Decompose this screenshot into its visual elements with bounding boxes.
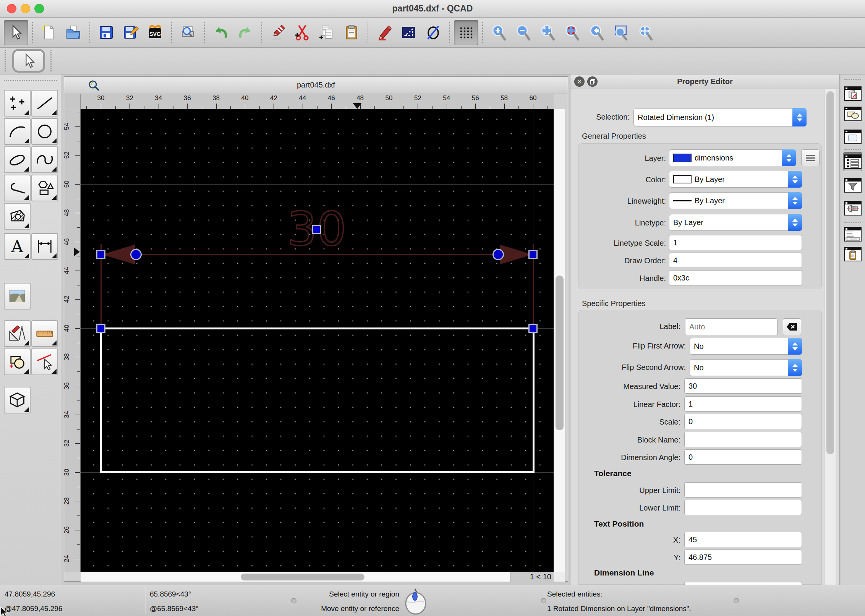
cut-button[interactable] [290,20,315,45]
block-name-input[interactable] [684,432,802,447]
line-tools-button[interactable] [31,90,58,117]
save-button[interactable] [94,20,118,45]
select-tools-button[interactable] [31,349,58,375]
block-list-toggle[interactable] [843,105,862,123]
print-preview-button[interactable] [176,20,200,45]
toolbar-separator [32,22,33,43]
flip-first-arrow-dropdown[interactable]: No [690,338,802,355]
ruler-icon [35,324,54,343]
dimension-angle-input[interactable] [684,449,802,465]
undo-button[interactable] [209,20,233,45]
polyline-tools-button[interactable] [4,175,31,201]
grip-text-position[interactable] [312,225,321,234]
drawing-canvas[interactable]: 30 [81,109,554,572]
flip-second-arrow-dropdown[interactable]: No [690,359,802,376]
zoom-window-button[interactable] [609,20,633,45]
property-editor-toggle[interactable] [843,152,862,171]
clipped-input[interactable] [684,582,802,585]
grip-arrow-first[interactable] [130,249,142,260]
block-tools-button[interactable] [4,349,31,375]
pan-button[interactable] [633,20,658,45]
status-splitter-grip[interactable] [541,598,546,603]
zoom-in-button[interactable] [487,20,511,45]
handle-input[interactable] [669,270,802,285]
edit-pencil-button[interactable] [372,20,397,45]
new-document-button[interactable] [37,20,61,45]
property-editor-scrollbar[interactable] [824,89,836,585]
library-browser-toggle[interactable] [843,199,862,217]
redo-button[interactable] [233,20,258,45]
clipboard-panel-toggle[interactable] [843,245,862,263]
scrollbar-thumb[interactable] [241,574,364,580]
spline-tools-button[interactable] [31,146,58,173]
zoom-out-button[interactable] [511,20,536,45]
lineweight-dropdown[interactable]: By Layer [669,192,802,209]
shape-tools-button[interactable] [31,175,58,201]
linetype-dropdown[interactable]: By Layer [669,214,802,231]
dimension-tools-button[interactable] [31,233,58,260]
grip-dimline-second[interactable] [528,250,538,259]
scrollbar-thumb[interactable] [826,91,834,454]
lower-limit-input[interactable] [684,500,802,515]
status-splitter-grip[interactable] [734,598,739,603]
linear-factor-input[interactable] [684,396,802,412]
layer-list-button[interactable] [801,149,820,166]
view-list-toggle[interactable] [843,128,862,146]
text-x-input[interactable] [684,532,802,547]
ellipse-tools-button[interactable] [4,146,31,173]
open-file-button[interactable] [61,20,86,45]
clear-label-button[interactable] [783,318,801,335]
svg-export-button[interactable]: SVG [143,20,167,45]
upper-limit-input[interactable] [684,482,802,498]
text-tool-button[interactable]: A [4,233,31,260]
back-to-main-menu-button[interactable] [12,49,45,73]
arc-tools-button[interactable] [4,118,31,145]
selection-tool-button[interactable] [4,20,28,45]
copy-button[interactable] [315,20,339,45]
rectangle-entity[interactable] [100,327,535,473]
deselect-all-button[interactable] [421,20,445,45]
panel-handle[interactable] [4,80,57,81]
save-as-button[interactable] [118,20,143,45]
scale-input[interactable] [684,414,802,429]
hatch-tool-button[interactable] [4,203,31,230]
delete-button[interactable] [266,20,290,45]
status-splitter-grip[interactable] [291,598,296,603]
scrollbar-thumb[interactable] [556,276,564,430]
previous-view-button[interactable] [585,20,609,45]
text-y-input[interactable] [684,550,802,565]
grip-extension-origin-second[interactable] [528,324,538,333]
modify-tools-button[interactable] [4,320,31,347]
layer-list-toggle[interactable] [843,85,862,102]
canvas-horizontal-scrollbar[interactable] [81,572,510,582]
selection-filter-toggle[interactable] [843,177,862,194]
selection-dropdown[interactable]: Rotated Dimension (1) [633,108,807,126]
command-line-toggle[interactable] [843,225,862,243]
color-dropdown[interactable]: By Layer [669,171,802,188]
toolbar-handle[interactable] [5,50,6,71]
layer-dropdown[interactable]: dimensions [669,149,796,166]
canvas-vertical-scrollbar[interactable] [554,109,565,572]
projection-tools-button[interactable] [4,387,31,413]
circle-tools-button[interactable] [31,118,58,145]
invert-selection-button[interactable] [397,20,421,45]
zoom-selection-button[interactable] [560,20,585,45]
grip-arrow-second[interactable] [492,249,504,260]
draw-order-input[interactable] [669,253,802,268]
grip-extension-origin-first[interactable] [96,324,105,333]
paste-button[interactable] [339,20,364,45]
measure-tools-button[interactable] [31,320,58,347]
linetype-scale-input[interactable] [669,235,802,250]
measured-value-input[interactable] [684,378,802,394]
measured-value-label: Measured Value: [578,382,680,391]
toolbar-handle[interactable] [50,50,52,71]
auto-zoom-button[interactable] [536,20,560,45]
dock-handle[interactable] [844,79,861,80]
grid-toggle-button[interactable] [454,20,478,45]
point-tools-button[interactable] [4,90,31,117]
grip-dimline-first[interactable] [96,250,105,259]
ruler-label: 32 [64,438,75,449]
document-titlebar[interactable]: part045.dxf [64,77,568,94]
image-tool-button[interactable] [4,283,31,310]
label-input[interactable] [685,318,778,335]
